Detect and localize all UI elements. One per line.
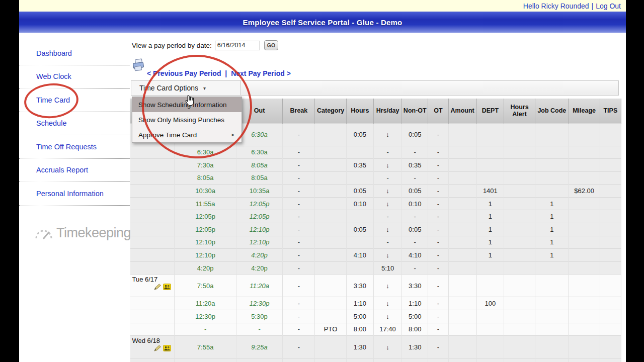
cell-amount bbox=[448, 261, 476, 275]
logout-link[interactable]: Log Out bbox=[596, 2, 621, 10]
cell-in: 11:20a bbox=[175, 297, 236, 310]
cell-tips bbox=[600, 336, 621, 358]
cell-mileage bbox=[569, 323, 600, 336]
cell-amount bbox=[448, 123, 476, 146]
cell-hours: 3:30 bbox=[346, 275, 373, 297]
cell-hrsday: ↓ bbox=[373, 197, 401, 210]
sidebar-item-time-off-requests[interactable]: Time Off Requests bbox=[19, 135, 130, 159]
cell-tips bbox=[600, 261, 621, 275]
cell-amount bbox=[448, 323, 476, 336]
go-button[interactable]: GO bbox=[264, 40, 278, 50]
cell-hrsday: ↓ bbox=[373, 297, 401, 310]
cell-hoursalert bbox=[504, 171, 535, 185]
cell-mileage bbox=[569, 197, 600, 210]
cell-hours: 8:00 bbox=[346, 323, 373, 336]
table-row: 9:25a11:20a1:55↓1:55 bbox=[130, 358, 621, 362]
cell-in: 7:55a bbox=[175, 336, 236, 358]
cell-date bbox=[130, 297, 175, 310]
cell-break: - bbox=[283, 197, 315, 210]
cell-date bbox=[130, 236, 175, 249]
cell-dept bbox=[476, 310, 504, 323]
cell-ot bbox=[428, 358, 448, 362]
table-row: 12:05p12:05p----11 bbox=[130, 210, 621, 223]
cell-jobcode bbox=[535, 123, 569, 146]
cell-mileage bbox=[569, 275, 600, 297]
cell-hours: 0:10 bbox=[346, 197, 373, 210]
cell-ot: - bbox=[428, 171, 448, 185]
cell-amount bbox=[448, 310, 476, 323]
cell-mileage bbox=[569, 236, 600, 249]
cell-jobcode bbox=[535, 146, 569, 159]
table-row: 12:05p12:10p-0:05↓0:05-11 bbox=[130, 223, 621, 236]
cell-in: 12:10p bbox=[175, 236, 236, 249]
cell-dept bbox=[476, 261, 504, 275]
cell-amount bbox=[448, 336, 476, 358]
cell-ot: - bbox=[428, 275, 448, 297]
cell-jobcode: 1 bbox=[535, 197, 569, 210]
cell-hrsday: ↓ bbox=[373, 336, 401, 358]
cell-dept bbox=[476, 323, 504, 336]
cell-tips bbox=[600, 210, 621, 223]
print-icon[interactable] bbox=[132, 58, 146, 74]
col-header-hrsday: Hrs/day bbox=[373, 99, 401, 123]
cell-hoursalert bbox=[504, 123, 535, 146]
cell-nonot: 0:05 bbox=[402, 223, 428, 236]
cell-date bbox=[130, 323, 175, 336]
sidebar-item-personal-information[interactable]: Personal Information bbox=[19, 182, 130, 206]
cell-break: - bbox=[283, 323, 315, 336]
cell-category bbox=[315, 197, 346, 210]
cell-out: 6:30a bbox=[236, 146, 282, 159]
cell-hrsday: ↓ bbox=[373, 249, 401, 262]
cell-out: 4:20p bbox=[236, 261, 282, 275]
cell-date: Tue 6/17 bbox=[130, 275, 175, 297]
cell-amount bbox=[448, 275, 476, 297]
cell-out: 4:20p bbox=[236, 249, 282, 262]
cell-category bbox=[315, 123, 346, 146]
cell-hoursalert bbox=[504, 236, 535, 249]
col-header-break: Break bbox=[283, 99, 315, 123]
cell-break: - bbox=[283, 236, 315, 249]
sidebar-item-dashboard[interactable]: Dashboard bbox=[19, 42, 130, 65]
cell-mileage bbox=[569, 297, 600, 310]
cell-in: 7:30a bbox=[175, 159, 236, 172]
cell-in: 4:20p bbox=[175, 261, 236, 275]
hand-cursor-icon bbox=[184, 95, 195, 109]
cell-ot: - bbox=[428, 146, 448, 159]
cell-hoursalert bbox=[504, 323, 535, 336]
cell-category bbox=[315, 236, 346, 249]
people-icon[interactable] bbox=[163, 345, 171, 351]
page-title: Employee Self Service Portal - Glue - De… bbox=[243, 18, 403, 27]
sidebar-item-web-clock[interactable]: Web Clock bbox=[19, 65, 130, 89]
cell-amount bbox=[448, 210, 476, 223]
cell-nonot: 0:05 bbox=[402, 123, 428, 146]
cell-jobcode bbox=[535, 323, 569, 336]
pencil-icon[interactable] bbox=[154, 284, 162, 290]
cell-dept: 1 bbox=[476, 236, 504, 249]
cell-jobcode bbox=[535, 297, 569, 310]
cell-date bbox=[130, 261, 175, 275]
sidebar-item-accruals-report[interactable]: Accruals Report bbox=[19, 159, 130, 183]
cell-amount bbox=[448, 171, 476, 185]
cell-category bbox=[315, 261, 346, 275]
cell-date: Wed 6/18 bbox=[130, 336, 175, 358]
cell-dept: 100 bbox=[476, 297, 504, 310]
cell-in: 12:05p bbox=[175, 223, 236, 236]
table-row: Tue 6/177:50a11:20a-3:30↓3:30- bbox=[130, 275, 621, 297]
greeting-link[interactable]: Hello Ricky Rounded bbox=[523, 2, 589, 10]
cell-nonot: 0:10 bbox=[402, 197, 428, 210]
cell-mileage: $62.00 bbox=[569, 185, 600, 198]
cell-hours: 1:30 bbox=[346, 336, 373, 358]
people-icon[interactable] bbox=[163, 284, 171, 290]
cell-amount bbox=[448, 358, 476, 362]
cell-hoursalert bbox=[504, 146, 535, 159]
timekeeping-logo: Timekeeping bbox=[33, 225, 131, 241]
cell-mileage bbox=[569, 336, 600, 358]
cell-nonot: 1:55 bbox=[402, 358, 428, 362]
pencil-icon[interactable] bbox=[154, 345, 162, 351]
pay-period-date-input[interactable] bbox=[215, 41, 260, 50]
cell-hours: 0:35 bbox=[346, 159, 373, 172]
table-row: 11:55a12:05p-0:10↓0:10-11 bbox=[130, 197, 621, 210]
cell-dept bbox=[476, 123, 504, 146]
cell-break: - bbox=[283, 249, 315, 262]
cell-category bbox=[315, 249, 346, 262]
